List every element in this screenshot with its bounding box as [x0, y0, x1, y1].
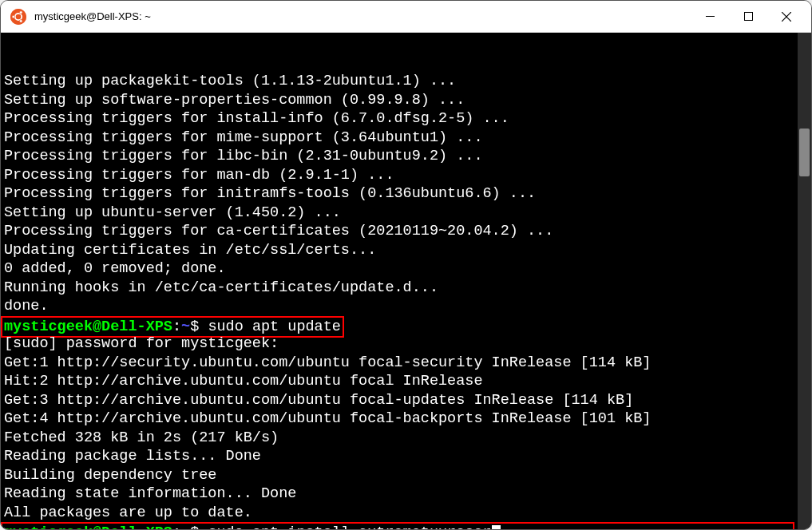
prompt-user: mysticgeek@Dell-XPS [4, 524, 172, 529]
terminal-line: All packages are up to date. [4, 504, 811, 523]
terminal-output[interactable]: Setting up packagekit-tools (1.1.13-2ubu… [1, 33, 811, 529]
terminal-line: Processing triggers for initramfs-tools … [4, 184, 811, 204]
terminal-line: Get:4 http://archive.ubuntu.com/ubuntu f… [4, 409, 811, 429]
prompt-user: mysticgeek@Dell-XPS [4, 318, 172, 335]
prompt-colon: : [172, 318, 181, 335]
minimize-button[interactable] [691, 4, 728, 30]
terminal-line: Get:1 http://security.ubuntu.com/ubuntu … [4, 354, 811, 373]
terminal-line: Processing triggers for man-db (2.9.1-1)… [4, 166, 811, 185]
scrollbar-thumb[interactable] [799, 129, 810, 176]
scrollbar-track[interactable] [798, 33, 811, 529]
terminal-line: Updating certificates in /etc/ssl/certs.… [4, 241, 811, 260]
ubuntu-logo-svg [10, 9, 26, 25]
terminal-line: Processing triggers for install-info (6.… [4, 109, 811, 129]
window-title: mysticgeek@Dell-XPS: ~ [34, 10, 691, 22]
ubuntu-icon [10, 9, 26, 25]
prompt-dollar: $ [190, 524, 208, 529]
prompt-path: ~ [181, 524, 190, 529]
window-controls [691, 4, 805, 30]
svg-rect-6 [744, 13, 752, 21]
prompt-path: ~ [181, 318, 190, 335]
titlebar[interactable]: mysticgeek@Dell-XPS: ~ [1, 1, 811, 33]
svg-point-4 [19, 19, 22, 22]
terminal-line: Reading state information... Done [4, 485, 811, 504]
command-text: sudo apt install extremetuxracer [208, 524, 491, 529]
terminal-line: Processing triggers for ca-certificates … [4, 222, 811, 241]
terminal-line: Hit:2 http://archive.ubuntu.com/ubuntu f… [4, 372, 811, 391]
highlight-box-2: mysticgeek@Dell-XPS:~$ sudo apt install … [1, 522, 794, 529]
terminal-line: 0 added, 0 removed; done. [4, 259, 811, 279]
terminal-line: Setting up ubuntu-server (1.450.2) ... [4, 204, 811, 223]
terminal-line: Setting up packagekit-tools (1.1.13-2ubu… [4, 72, 811, 91]
terminal-line: Get:3 http://archive.ubuntu.com/ubuntu f… [4, 391, 811, 410]
terminal-line: [sudo] password for mysticgeek: [4, 334, 811, 354]
terminal-line: Building dependency tree [4, 466, 811, 485]
terminal-line: done. [4, 297, 811, 316]
prompt-colon: : [172, 524, 181, 529]
terminal-line: Setting up software-properties-common (0… [4, 91, 811, 110]
command-text: sudo apt update [208, 318, 341, 335]
terminal-line: Fetched 328 kB in 2s (217 kB/s) [4, 429, 811, 448]
svg-point-3 [19, 10, 22, 14]
svg-point-2 [12, 15, 15, 18]
prompt-line-1: mysticgeek@Dell-XPS:~$ sudo apt update [4, 316, 811, 335]
terminal-line: Running hooks in /etc/ca-certificates/up… [4, 279, 811, 298]
terminal-window: mysticgeek@Dell-XPS: ~ Setting up packag… [0, 0, 812, 530]
terminal-line: Reading package lists... Done [4, 447, 811, 466]
close-button[interactable] [768, 4, 805, 30]
terminal-line: Processing triggers for libc-bin (2.31-0… [4, 147, 811, 166]
maximize-button[interactable] [730, 4, 766, 30]
cursor [492, 525, 501, 529]
prompt-dollar: $ [190, 318, 208, 335]
terminal-line: Processing triggers for mime-support (3.… [4, 129, 811, 148]
